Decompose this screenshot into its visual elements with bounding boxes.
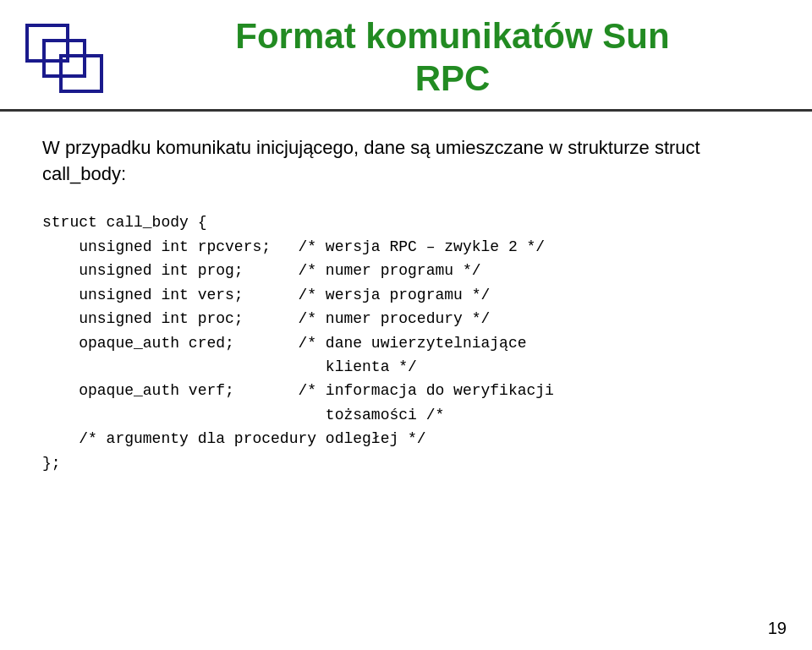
logo <box>25 24 102 91</box>
slide-container: Format komunikatów Sun RPC W przypadku k… <box>0 0 812 650</box>
code-block: struct call_body { unsigned int rpcvers;… <box>42 210 770 475</box>
logo-squares <box>25 24 102 91</box>
title-line1: Format komunikatów Sun <box>235 16 669 56</box>
header: Format komunikatów Sun RPC <box>0 0 812 112</box>
intro-text: W przypadku komunikatu inicjującego, dan… <box>42 135 770 188</box>
slide-title: Format komunikatów Sun RPC <box>127 15 778 101</box>
main-content: W przypadku komunikatu inicjującego, dan… <box>0 112 812 492</box>
page-number: 19 <box>768 619 787 638</box>
title-area: Format komunikatów Sun RPC <box>127 15 778 101</box>
title-line2: RPC <box>415 58 491 98</box>
logo-rect-3 <box>59 54 103 93</box>
